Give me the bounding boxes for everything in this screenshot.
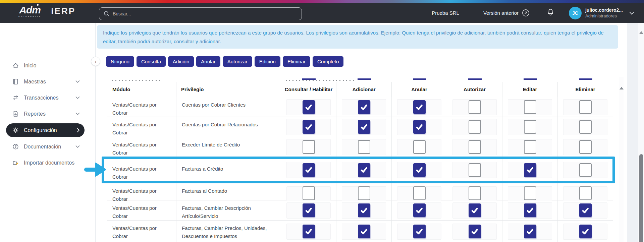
sidebar-item-reportes[interactable]: Reportes	[6, 107, 85, 121]
checkbox-chip	[342, 202, 386, 219]
checkbox-editar-unchecked[interactable]	[524, 186, 536, 200]
search-input[interactable]	[113, 11, 298, 16]
checkbox-editar-unchecked[interactable]	[524, 120, 536, 134]
checkbox-chip	[452, 139, 497, 155]
page-scrollbar[interactable]	[638, 23, 644, 242]
bulk-button-autorizar[interactable]: Autorizar	[223, 56, 252, 67]
checkbox-editar-checked[interactable]	[524, 163, 536, 177]
sidebar-item-inicio[interactable]: Inicio	[6, 59, 85, 72]
checkbox-consultar-habilitar-checked[interactable]	[303, 120, 315, 134]
checkbox-autorizar-unchecked[interactable]	[469, 186, 481, 200]
transfer-icon	[12, 94, 19, 101]
checkbox-adicionar-unchecked[interactable]	[358, 140, 370, 154]
checkbox-editar-checked[interactable]	[524, 225, 536, 238]
checkbox-eliminar-unchecked[interactable]	[579, 163, 592, 177]
column-header-consultar-habilitar: Consultar / Habilitar	[281, 82, 336, 97]
sidebar-item-transacciones[interactable]: Transacciones	[6, 91, 85, 105]
sidebar-item-configuracion[interactable]: Configuración	[6, 123, 85, 137]
checkbox-autorizar-checked[interactable]	[469, 203, 481, 217]
table-row: Ventas/Cuentas por CobrarCuentas por Cob…	[107, 117, 613, 137]
checkbox-adicionar-checked[interactable]	[358, 225, 370, 238]
sidebar-item-label: Documentación	[24, 144, 71, 150]
column-header-editar: Editar	[502, 82, 558, 97]
checkbox-eliminar-checked[interactable]	[579, 225, 592, 238]
checkbox-autorizar-unchecked[interactable]	[469, 140, 481, 154]
checkbox-chip	[563, 186, 607, 200]
checkbox-eliminar-unchecked[interactable]	[579, 120, 592, 134]
user-name: julioc.cordero2...	[585, 7, 623, 13]
sidebar-item-label: Transacciones	[24, 95, 71, 101]
checkbox-consultar-habilitar-unchecked[interactable]	[303, 186, 315, 200]
user-menu-chevron-down-icon[interactable]	[629, 11, 635, 15]
checkbox-consultar-habilitar-checked[interactable]	[303, 163, 315, 177]
sidebar-item-label: Configuración	[24, 127, 72, 133]
checkbox-chip	[397, 119, 441, 135]
checkbox-editar-unchecked[interactable]	[524, 140, 536, 154]
avatar[interactable]: JC	[569, 7, 582, 19]
checkbox-cell	[447, 117, 502, 137]
checkbox-anular-checked[interactable]	[413, 120, 426, 134]
checkbox-consultar-habilitar-checked[interactable]	[303, 100, 315, 114]
checkbox-chip	[563, 99, 607, 115]
page-scrollbar-thumb[interactable]	[639, 154, 643, 242]
checkbox-chip	[508, 119, 552, 135]
top-navigation-bar: Adm ENTERPRISE iERP Prueba SRL Versión a…	[0, 3, 644, 23]
sidebar-item-maestras[interactable]: Maestras	[6, 75, 85, 88]
checkbox-chip	[397, 202, 441, 219]
clipped-checkbox-remnant	[579, 78, 592, 80]
checkbox-cell	[447, 97, 502, 117]
checkbox-chip	[563, 224, 607, 240]
checkbox-adicionar-checked[interactable]	[358, 163, 370, 177]
page-scrollbar-up-arrow-icon[interactable]	[639, 25, 643, 29]
bulk-button-ninguno[interactable]: Ninguno	[106, 56, 134, 67]
checkbox-editar-checked[interactable]	[524, 203, 536, 217]
checkbox-adicionar-unchecked[interactable]	[358, 186, 370, 200]
module-cell: Ventas/Cuentas por Cobrar	[107, 200, 176, 220]
bulk-button-eliminar[interactable]: Eliminar	[283, 56, 310, 67]
sidebar-collapse-button[interactable]: ‹	[91, 57, 100, 66]
checkbox-autorizar-unchecked[interactable]	[469, 163, 481, 177]
checkbox-anular-checked[interactable]	[413, 163, 426, 177]
checkbox-anular-unchecked[interactable]	[413, 186, 426, 200]
checkbox-eliminar-checked[interactable]	[579, 203, 592, 217]
clipped-scrolled-row	[107, 77, 613, 82]
checkbox-adicionar-checked[interactable]	[358, 120, 370, 134]
bulk-button-edicion[interactable]: Edición	[255, 56, 280, 67]
checkbox-cell	[558, 97, 613, 117]
bulk-button-anular[interactable]: Anular	[196, 56, 220, 67]
checkbox-cell	[392, 157, 447, 183]
checkbox-consultar-habilitar-checked[interactable]	[303, 203, 315, 217]
table-scrollbar[interactable]	[619, 77, 624, 242]
previous-version-link[interactable]: Versión anterior	[483, 9, 530, 17]
checkbox-consultar-habilitar-checked[interactable]	[303, 225, 315, 238]
checkbox-anular-checked[interactable]	[413, 203, 426, 217]
checkbox-eliminar-unchecked[interactable]	[579, 140, 592, 154]
checkbox-anular-unchecked[interactable]	[413, 140, 426, 154]
checkbox-eliminar-unchecked[interactable]	[579, 186, 592, 200]
table-row: Ventas/Cuentas por CobrarFacturas, Cambi…	[107, 221, 613, 242]
external-link-icon	[522, 9, 530, 17]
checkbox-autorizar-checked[interactable]	[469, 225, 481, 238]
checkbox-eliminar-unchecked[interactable]	[579, 100, 592, 114]
checkbox-consultar-habilitar-unchecked[interactable]	[303, 140, 315, 154]
notifications-bell-icon[interactable]	[546, 8, 555, 18]
bulk-button-consulta[interactable]: Consulta	[137, 56, 166, 67]
sidebar-item-importar-documentos[interactable]: Importar documentos	[6, 156, 85, 170]
checkbox-cell	[281, 157, 336, 183]
checkbox-adicionar-checked[interactable]	[358, 203, 370, 217]
checkbox-cell	[281, 117, 336, 137]
sidebar-item-documentacion[interactable]: Documentación	[6, 140, 85, 154]
bulk-button-completo[interactable]: Completo	[313, 56, 343, 67]
checkbox-chip	[508, 139, 552, 155]
chevron-down-icon	[75, 80, 80, 83]
checkbox-cell	[336, 137, 392, 157]
table-scrollbar-up-arrow-icon[interactable]	[620, 81, 624, 84]
checkbox-adicionar-checked[interactable]	[358, 100, 370, 114]
sidebar-item-label: Inicio	[24, 63, 80, 69]
checkbox-anular-checked[interactable]	[413, 100, 426, 114]
checkbox-editar-unchecked[interactable]	[524, 100, 536, 114]
checkbox-autorizar-unchecked[interactable]	[469, 100, 481, 114]
checkbox-autorizar-unchecked[interactable]	[469, 120, 481, 134]
checkbox-anular-checked[interactable]	[413, 225, 426, 238]
bulk-button-adicion[interactable]: Adición	[168, 56, 194, 67]
